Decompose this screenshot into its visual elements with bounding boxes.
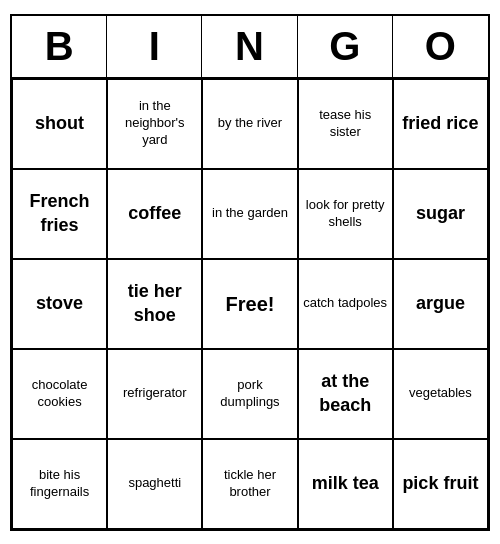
bingo-cell-24[interactable]: pick fruit [393,439,488,529]
header-letter-b: B [12,16,107,77]
bingo-cell-12[interactable]: Free! [202,259,297,349]
bingo-cell-19[interactable]: vegetables [393,349,488,439]
header-letter-n: N [202,16,297,77]
bingo-cell-2[interactable]: by the river [202,79,297,169]
bingo-cell-5[interactable]: French fries [12,169,107,259]
bingo-card: BINGO shoutin the neighbor's yardby the … [10,14,490,531]
bingo-cell-14[interactable]: argue [393,259,488,349]
bingo-cell-9[interactable]: sugar [393,169,488,259]
bingo-cell-0[interactable]: shout [12,79,107,169]
bingo-cell-10[interactable]: stove [12,259,107,349]
bingo-cell-22[interactable]: tickle her brother [202,439,297,529]
bingo-cell-15[interactable]: chocolate cookies [12,349,107,439]
bingo-cell-3[interactable]: tease his sister [298,79,393,169]
bingo-cell-8[interactable]: look for pretty shells [298,169,393,259]
bingo-cell-13[interactable]: catch tadpoles [298,259,393,349]
bingo-cell-16[interactable]: refrigerator [107,349,202,439]
bingo-cell-21[interactable]: spaghetti [107,439,202,529]
bingo-cell-7[interactable]: in the garden [202,169,297,259]
bingo-grid: shoutin the neighbor's yardby the rivert… [12,79,488,529]
bingo-cell-17[interactable]: pork dumplings [202,349,297,439]
header-letter-i: I [107,16,202,77]
header-letter-o: O [393,16,488,77]
bingo-cell-6[interactable]: coffee [107,169,202,259]
bingo-cell-1[interactable]: in the neighbor's yard [107,79,202,169]
bingo-header: BINGO [12,16,488,79]
bingo-cell-18[interactable]: at the beach [298,349,393,439]
bingo-cell-4[interactable]: fried rice [393,79,488,169]
bingo-cell-20[interactable]: bite his fingernails [12,439,107,529]
header-letter-g: G [298,16,393,77]
bingo-cell-11[interactable]: tie her shoe [107,259,202,349]
bingo-cell-23[interactable]: milk tea [298,439,393,529]
